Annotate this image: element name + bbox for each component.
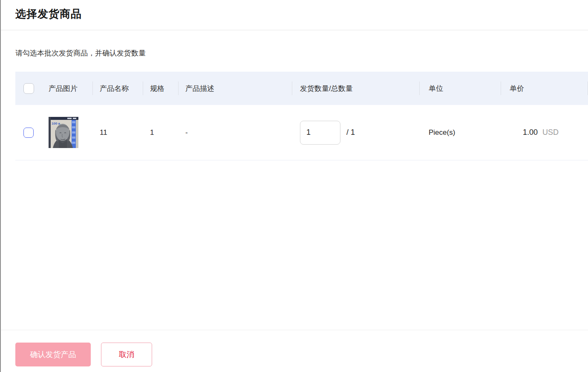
- price-currency: USD: [542, 128, 559, 137]
- price-amount: 1.00: [510, 128, 538, 137]
- product-image: 100 a: [49, 117, 78, 148]
- footer-divider: [1, 330, 588, 330]
- column-header-product-name: 产品名称: [93, 72, 143, 105]
- select-all-checkbox[interactable]: [23, 83, 34, 94]
- column-header-product-image: 产品图片: [42, 72, 93, 105]
- title-divider: [1, 30, 588, 30]
- total-quantity-label: / 1: [346, 128, 355, 137]
- column-header-unit: 单位: [420, 72, 501, 105]
- header-checkbox-cell: [15, 72, 42, 105]
- cancel-button[interactable]: 取消: [101, 343, 152, 366]
- table-header-row: 产品图片 产品名称 规格 产品描述 发货数量/总数量 单位 单价: [15, 72, 588, 105]
- svg-text:100 a: 100 a: [52, 122, 61, 125]
- column-header-unit-price: 单价: [501, 72, 588, 105]
- products-table: 产品图片 产品名称 规格 产品描述 发货数量/总数量 单位 单价 100 a: [15, 72, 588, 160]
- product-image-cell: 100 a: [42, 105, 93, 160]
- unit-price-cell: 1.00 USD: [501, 105, 588, 160]
- column-header-ship-quantity: 发货数量/总数量: [292, 72, 420, 105]
- column-header-description: 产品描述: [179, 72, 292, 105]
- instruction-text: 请勾选本批次发货商品，并确认发货数量: [15, 48, 146, 58]
- product-name: 11: [93, 105, 143, 160]
- page-title: 选择发货商品: [15, 7, 82, 21]
- product-spec: 1: [143, 105, 179, 160]
- product-description: -: [179, 105, 292, 160]
- ship-quantity-input[interactable]: [300, 121, 340, 145]
- row-checkbox-cell: [15, 105, 42, 160]
- table-row: 100 a 11 1 -: [15, 105, 588, 160]
- column-header-spec: 规格: [143, 72, 179, 105]
- confirm-ship-button[interactable]: 确认发货产品: [15, 343, 91, 366]
- row-checkbox[interactable]: [23, 128, 34, 138]
- panel-left-edge: [0, 0, 1, 372]
- product-unit: Piece(s): [420, 105, 501, 160]
- ship-quantity-cell: / 1: [292, 105, 420, 160]
